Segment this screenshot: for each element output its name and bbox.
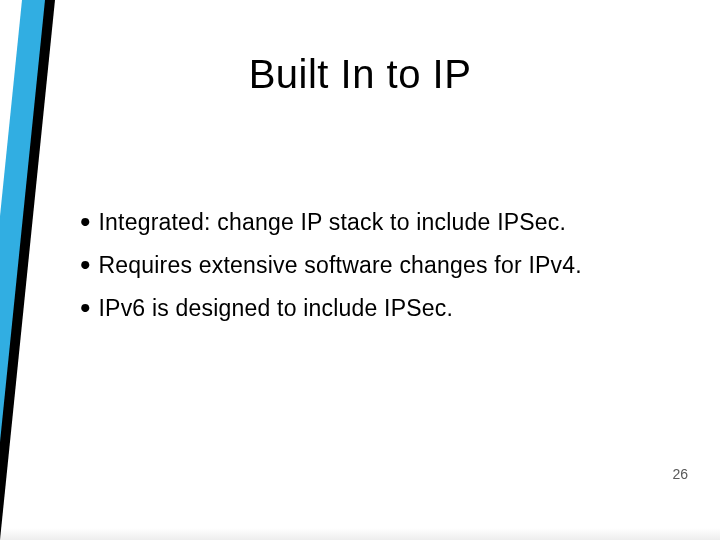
list-item: • IPv6 is designed to include IPSec.: [80, 291, 660, 324]
bottom-shadow: [0, 528, 720, 540]
bullet-dot-icon: •: [80, 250, 91, 280]
slide-title: Built In to IP: [0, 52, 720, 97]
bullet-list: • Integrated: change IP stack to include…: [80, 205, 660, 334]
list-item-text: IPv6 is designed to include IPSec.: [99, 293, 454, 324]
bullet-dot-icon: •: [80, 293, 91, 323]
list-item: • Requires extensive software changes fo…: [80, 248, 660, 281]
page-number: 26: [672, 466, 688, 482]
slide: Built In to IP • Integrated: change IP s…: [0, 0, 720, 540]
list-item: • Integrated: change IP stack to include…: [80, 205, 660, 238]
list-item-text: Requires extensive software changes for …: [99, 250, 582, 281]
bullet-dot-icon: •: [80, 207, 91, 237]
list-item-text: Integrated: change IP stack to include I…: [99, 207, 567, 238]
